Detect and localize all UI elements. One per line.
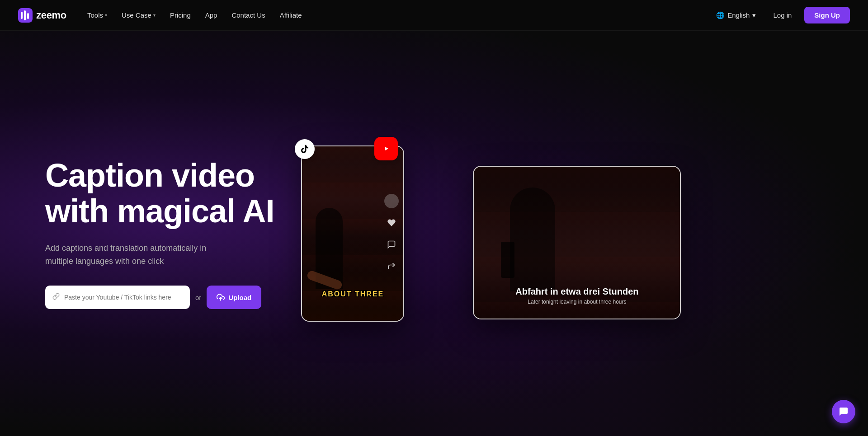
login-button[interactable]: Log in <box>766 8 799 23</box>
nav-links: Tools ▾ Use Case ▾ Pricing App Contact U… <box>81 8 712 23</box>
hero-right: ABOUT THREE <box>301 121 823 347</box>
use-case-chevron-icon: ▾ <box>153 13 156 18</box>
nav-use-case[interactable]: Use Case ▾ <box>115 8 162 23</box>
profile-icon <box>384 194 399 208</box>
url-input[interactable] <box>64 294 183 301</box>
or-label: or <box>195 294 201 301</box>
nav-affiliate[interactable]: Affiliate <box>274 8 308 23</box>
chat-bubble-button[interactable] <box>832 400 855 423</box>
tiktok-caption: ABOUT THREE <box>322 290 384 298</box>
globe-icon: 🌐 <box>716 11 725 19</box>
nav-right: 🌐 English ▾ Log in Sign Up <box>712 7 850 23</box>
language-selector[interactable]: 🌐 English ▾ <box>712 9 760 22</box>
lang-chevron-icon: ▾ <box>752 11 756 19</box>
navbar: zeemo Tools ▾ Use Case ▾ Pricing App Con… <box>0 0 868 31</box>
signup-button[interactable]: Sign Up <box>804 7 850 23</box>
hero-title: Caption video with magical AI <box>45 158 274 229</box>
nav-contact[interactable]: Contact Us <box>225 8 271 23</box>
tiktok-badge <box>295 139 315 159</box>
comment-icon <box>384 237 399 252</box>
upload-button[interactable]: Upload <box>207 286 261 309</box>
hero-subtitle: Add captions and translation automatical… <box>45 242 274 268</box>
chat-bubble-icon <box>838 406 849 417</box>
link-icon <box>52 293 60 302</box>
nav-tools[interactable]: Tools ▾ <box>81 8 113 23</box>
svg-rect-2 <box>24 10 26 20</box>
logo-text: zeemo <box>36 9 66 21</box>
upload-icon <box>217 293 225 301</box>
hero-section: Caption video with magical AI Add captio… <box>0 31 868 436</box>
youtube-caption: Abfahrt in etwa drei Stunden Later tonig… <box>484 286 670 305</box>
url-input-wrapper <box>45 286 190 309</box>
tiktok-side-icons <box>384 194 399 273</box>
tiktok-icon <box>300 144 310 154</box>
nav-pricing[interactable]: Pricing <box>164 8 197 23</box>
tiktok-card-wrapper: ABOUT THREE <box>301 145 404 322</box>
hero-left: Caption video with magical AI Add captio… <box>45 158 274 309</box>
youtube-badge <box>374 137 398 160</box>
youtube-icon <box>380 144 392 153</box>
youtube-video-card: Abfahrt in etwa drei Stunden Later tonig… <box>473 166 681 319</box>
tiktok-video-card: ABOUT THREE <box>301 145 404 322</box>
tools-chevron-icon: ▾ <box>105 13 107 18</box>
heart-icon <box>384 216 399 230</box>
svg-rect-1 <box>21 12 23 19</box>
hero-input-row: or Upload <box>45 286 274 309</box>
nav-app[interactable]: App <box>199 8 224 23</box>
svg-rect-3 <box>27 13 29 19</box>
share-icon <box>384 259 399 273</box>
logo-link[interactable]: zeemo <box>18 8 66 23</box>
logo-icon <box>18 8 33 23</box>
